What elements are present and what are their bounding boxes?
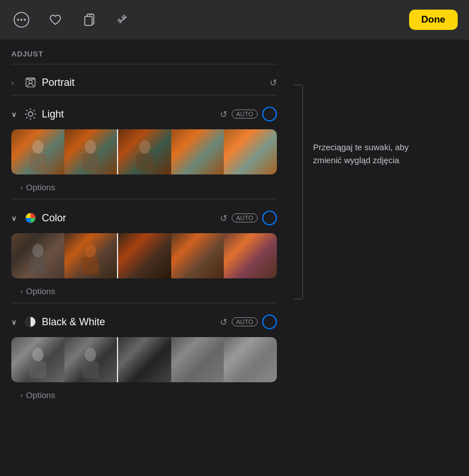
bw-frame-2	[64, 337, 118, 382]
more-button[interactable]	[11, 10, 32, 30]
svg-point-16	[32, 140, 44, 154]
adjust-label: ADJUST	[0, 40, 288, 64]
light-frame-1	[11, 129, 64, 174]
bw-section-row[interactable]: ∨ Black & White ↺ AUTO	[0, 309, 288, 335]
svg-point-26	[85, 244, 96, 257]
favorite-button[interactable]	[45, 10, 66, 30]
color-auto-badge[interactable]: AUTO	[232, 213, 258, 222]
light-toggle[interactable]	[262, 107, 277, 121]
bw-auto-badge[interactable]: AUTO	[232, 317, 258, 326]
magic-button[interactable]	[113, 10, 133, 30]
color-options-row[interactable]: › Options	[0, 283, 288, 303]
bw-frame-3	[118, 337, 171, 382]
color-title: Color	[42, 212, 215, 224]
svg-point-32	[85, 348, 96, 361]
bw-frame-1	[11, 337, 64, 382]
light-options-label: Options	[26, 182, 55, 192]
bw-options-row[interactable]: › Options	[0, 387, 288, 407]
svg-rect-25	[29, 257, 46, 274]
light-chevron: ∨	[11, 110, 19, 119]
color-frame-3	[118, 233, 171, 278]
color-frame-2	[64, 233, 118, 278]
bw-frame-4	[171, 337, 224, 382]
svg-line-14	[33, 110, 34, 111]
light-section-row[interactable]: ∨ Light ↺ AUTO	[0, 101, 288, 127]
svg-line-13	[33, 117, 34, 118]
copy-button[interactable]	[79, 10, 99, 30]
svg-point-1	[17, 19, 19, 21]
portrait-reset-icon[interactable]: ↺	[270, 77, 277, 88]
light-options-chevron: ›	[20, 184, 23, 191]
bw-title: Black & White	[42, 316, 215, 328]
color-filmstrip[interactable]	[11, 233, 277, 278]
light-reset-icon[interactable]: ↺	[220, 109, 227, 120]
color-toggle[interactable]	[262, 211, 277, 225]
portrait-icon	[24, 76, 37, 89]
svg-rect-21	[136, 154, 153, 171]
svg-rect-33	[82, 361, 99, 378]
divider-portrait	[11, 95, 277, 95]
svg-rect-17	[29, 154, 46, 171]
color-icon	[24, 211, 37, 225]
light-icon	[24, 107, 37, 121]
portrait-section-row[interactable]: › Portrait ↺	[0, 70, 288, 95]
color-chevron: ∨	[11, 214, 19, 222]
svg-point-24	[32, 244, 44, 257]
bw-reset-icon[interactable]: ↺	[220, 317, 227, 327]
svg-rect-19	[82, 154, 99, 171]
portrait-title: Portrait	[42, 77, 265, 89]
light-title: Light	[42, 108, 215, 120]
divider-light	[11, 199, 277, 199]
svg-point-7	[28, 112, 33, 116]
svg-point-18	[85, 140, 96, 154]
color-frame-5	[224, 233, 277, 278]
bw-options-label: Options	[26, 390, 55, 400]
color-filmstrip-divider	[117, 233, 118, 278]
light-frame-4	[171, 129, 224, 174]
svg-rect-27	[82, 257, 99, 274]
divider-color	[11, 303, 277, 303]
svg-line-12	[27, 110, 28, 111]
color-options-label: Options	[26, 286, 55, 296]
color-frame-4	[171, 233, 224, 278]
bw-options-chevron: ›	[20, 391, 23, 399]
color-section-row[interactable]: ∨ Color ↺ AUTO	[0, 205, 288, 231]
svg-rect-31	[29, 361, 46, 378]
callout-text: Przeciągaj te suwaki, aby zmienić wygląd…	[313, 141, 437, 167]
main-content: ADJUST › Portrait ↺ ∨	[0, 40, 469, 476]
toolbar: Done	[0, 0, 469, 40]
svg-rect-4	[85, 16, 92, 25]
divider-top	[11, 64, 277, 64]
bw-toggle[interactable]	[262, 315, 277, 329]
light-filmstrip-divider	[117, 129, 118, 174]
portrait-chevron: ›	[11, 78, 19, 87]
bracket	[294, 85, 303, 299]
portrait-controls: ↺	[270, 77, 277, 88]
bw-icon	[24, 315, 37, 329]
color-reset-icon[interactable]: ↺	[220, 213, 227, 224]
color-frame-1	[11, 233, 64, 278]
svg-point-20	[139, 140, 150, 154]
bw-filmstrip[interactable]	[11, 337, 277, 382]
color-options-chevron: ›	[20, 287, 23, 295]
svg-point-3	[24, 19, 26, 21]
bw-chevron: ∨	[11, 318, 19, 326]
done-button[interactable]: Done	[409, 10, 458, 30]
light-options-row[interactable]: › Options	[0, 179, 288, 199]
adjust-panel: ADJUST › Portrait ↺ ∨	[0, 40, 288, 476]
svg-point-30	[32, 348, 44, 361]
light-frame-2	[64, 129, 118, 174]
bw-filmstrip-divider	[117, 337, 118, 382]
light-filmstrip[interactable]	[11, 129, 277, 174]
callout-area: Przeciągaj te suwaki, aby zmienić wygląd…	[288, 40, 469, 476]
svg-line-15	[27, 117, 28, 118]
light-auto-badge[interactable]: AUTO	[232, 110, 258, 119]
color-controls: ↺ AUTO	[220, 211, 277, 225]
light-controls: ↺ AUTO	[220, 107, 277, 121]
bw-frame-5	[224, 337, 277, 382]
light-frame-3	[118, 129, 171, 174]
light-frame-5	[224, 129, 277, 174]
svg-point-6	[29, 80, 32, 84]
bw-controls: ↺ AUTO	[220, 315, 277, 329]
svg-point-2	[20, 19, 23, 21]
